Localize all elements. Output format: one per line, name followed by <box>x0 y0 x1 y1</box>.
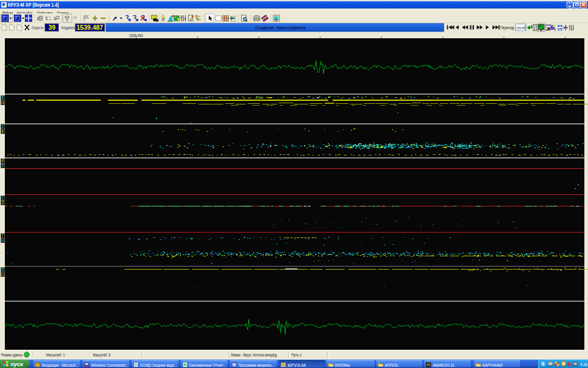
svg-text:5: 5 <box>2 163 4 168</box>
svg-text:2: 2 <box>2 124 4 129</box>
svg-text:Левая - Верх, Котлон-вперёд: Левая - Верх, Котлон-вперёд <box>231 353 277 358</box>
svg-text:6: 6 <box>2 129 4 134</box>
svg-text:4: 4 <box>2 158 4 163</box>
svg-text:Солдатка - Красноуфимск: Солдатка - Красноуфимск <box>255 25 306 30</box>
svg-text:КАРТИНКИ: КАРТИНКИ <box>482 363 502 367</box>
svg-text:Путь 1: Путь 1 <box>291 353 302 358</box>
svg-text:АПРЕЛЬ: АПРЕЛЬ <box>385 363 398 367</box>
svg-text:пуск: пуск <box>10 361 24 367</box>
svg-text:Входящие - Microsof...: Входящие - Microsof... <box>42 363 78 367</box>
svg-text:ИЗЛОМЫ: ИЗЛОМЫ <box>335 363 350 367</box>
svg-text:Скорость: Скорость <box>32 26 44 30</box>
svg-text:12: 12 <box>1 101 4 104</box>
svg-text:ЕСМД Сводная ведо...: ЕСМД Сводная ведо... <box>140 363 177 367</box>
svg-text:Координата: Координата <box>61 26 75 30</box>
svg-text:Режим сдвига-: Режим сдвига- <box>1 353 23 358</box>
svg-text:5:26: 5:26 <box>580 363 587 367</box>
svg-text:1: 1 <box>53 16 56 21</box>
svg-text:АВИКОН-11: АВИКОН-11 <box>433 363 455 367</box>
svg-text:Windows Commander...: Windows Commander... <box>91 363 129 367</box>
svg-text:Масштаб: 1: Масштаб: 1 <box>46 353 65 357</box>
svg-text:КРУЗ-М: КРУЗ-М <box>288 363 306 367</box>
svg-text:K: K <box>567 361 572 367</box>
svg-text:Масштаб: 5: Масштаб: 5 <box>93 353 110 357</box>
svg-text:1539.487: 1539.487 <box>76 24 103 31</box>
svg-text:8: 8 <box>2 95 4 100</box>
svg-text:9: 9 <box>2 267 4 271</box>
svg-text:1: 1 <box>2 196 4 200</box>
svg-text:7: 7 <box>2 233 4 237</box>
svg-text:39: 39 <box>49 24 56 31</box>
svg-text:1: 1 <box>37 16 39 21</box>
svg-text:1539,400: 1539,400 <box>516 26 525 30</box>
svg-text:Ежесменные Отчет...: Ежесменные Отчет... <box>189 363 226 367</box>
svg-text:3: 3 <box>2 200 4 205</box>
svg-text:11: 11 <box>1 273 4 276</box>
svg-text:10: 10 <box>1 239 4 242</box>
svg-text:Программа визуализ...: Программа визуализ... <box>238 363 274 367</box>
svg-text:Переход: Переход <box>501 26 515 30</box>
